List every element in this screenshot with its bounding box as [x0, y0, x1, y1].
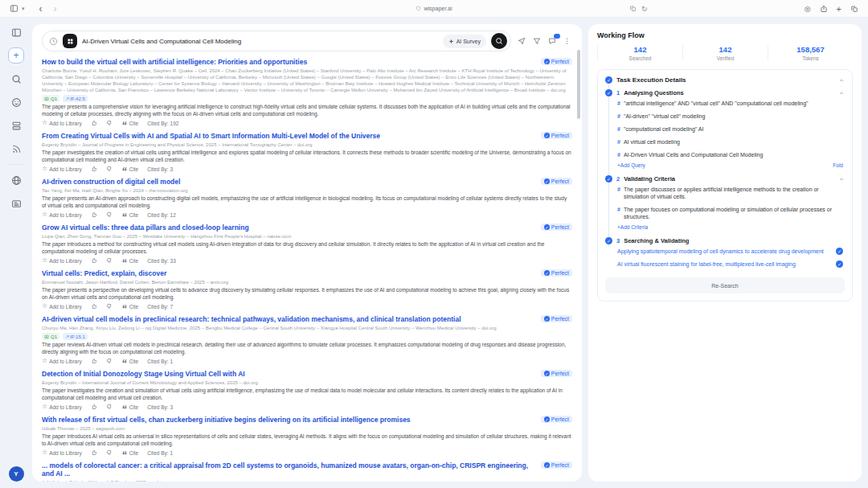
thumbs-down-button[interactable] — [106, 166, 113, 172]
forward-button[interactable]: › — [54, 4, 57, 14]
section-analysing-header[interactable]: ✓ 1 Analysing Questions — [605, 89, 845, 96]
paper-authors-venue: Uduak Thomas – 2025 – sagepub.com — [42, 425, 572, 432]
add-query-button[interactable]: +Add Query — [617, 162, 645, 168]
tab-group-icon[interactable] — [629, 5, 637, 12]
address-bar[interactable]: wispaper.ai — [0, 0, 868, 17]
new-tab-icon[interactable]: + — [837, 4, 841, 14]
ai-survey-button[interactable]: AI Survey — [443, 35, 486, 48]
thumbs-down-button[interactable] — [106, 404, 113, 410]
query-item[interactable]: # AI-Driven Virtual Cells and Computatio… — [605, 148, 845, 161]
criteria-item[interactable]: # The paper focuses on computational mod… — [605, 203, 845, 223]
query-item[interactable]: # "AI-driven" "virtual cell" modeling — [605, 109, 845, 122]
collapse-icon[interactable] — [838, 176, 845, 182]
add-to-library-button[interactable]: ☆Add to Library — [42, 358, 82, 364]
cite-button[interactable]: Cite — [121, 449, 139, 456]
add-to-library-button[interactable]: ☆Add to Library — [42, 303, 82, 310]
check-icon: ✓ — [544, 133, 550, 138]
scrollbar-thumb[interactable] — [577, 50, 580, 119]
user-avatar[interactable]: Y — [9, 466, 24, 482]
reload-icon[interactable]: ↻ — [641, 5, 648, 13]
discover-icon[interactable] — [8, 172, 24, 188]
thumbs-up-button[interactable] — [91, 449, 97, 456]
thumbs-down-button[interactable] — [106, 303, 113, 310]
sidebar-toggle-icon[interactable] — [10, 4, 18, 13]
cite-button[interactable]: Cite — [121, 257, 139, 264]
thumbs-up-button[interactable] — [91, 404, 97, 410]
query-item[interactable]: # AI virtual cell modeling — [605, 135, 845, 148]
re-search-button[interactable]: Re-Search — [605, 277, 845, 293]
match-quality-badge: ✓ Perfect — [541, 132, 572, 139]
thumbs-up-button[interactable] — [91, 257, 97, 264]
library-icon[interactable] — [8, 117, 24, 133]
paper-title-link[interactable]: Virtual cells: Predict, explain, discove… — [42, 269, 534, 277]
chevron-down-icon[interactable]: ▾ — [22, 6, 25, 12]
search-query[interactable]: AI-Driven Virtual Cells and Computationa… — [82, 38, 438, 45]
paper-title-link[interactable]: ... models of colorectal cancer: a criti… — [42, 461, 534, 478]
search-input[interactable]: AI-Driven Virtual Cells and Computationa… — [42, 31, 511, 51]
paper-title-link[interactable]: With release of first virtual cells, cha… — [42, 416, 534, 424]
url-text: wispaper.ai — [424, 6, 452, 11]
criteria-item[interactable]: # The paper discusses or applies artific… — [605, 182, 845, 203]
more-options-icon[interactable]: ⋮ — [563, 37, 571, 45]
add-to-library-button[interactable]: ☆Add to Library — [42, 166, 82, 172]
thumbs-up-icon — [91, 449, 97, 456]
thumbs-down-icon — [106, 303, 113, 310]
add-to-library-button[interactable]: ☆Add to Library — [42, 120, 82, 126]
feed-icon[interactable] — [8, 141, 24, 157]
thumbs-up-button[interactable] — [91, 166, 97, 172]
thumbs-down-button[interactable] — [106, 449, 113, 456]
assistant-icon[interactable] — [8, 94, 24, 110]
fold-button[interactable]: Fold — [833, 162, 843, 168]
paper-title-link[interactable]: From Creating Virtual Cells with AI and … — [42, 132, 534, 140]
query-item[interactable]: # "computational cell modeling" AI — [605, 122, 845, 135]
paper-title-link[interactable]: Detection of Initial Donozology Stage Us… — [42, 370, 534, 378]
news-icon[interactable] — [8, 195, 24, 211]
cite-button[interactable]: Cite — [121, 303, 139, 310]
paper-title-link[interactable]: AI-driven virtual cell models in preclin… — [42, 315, 534, 323]
new-search-button[interactable]: + — [8, 47, 24, 64]
chat-button[interactable] — [548, 37, 556, 45]
collapse-sidebar-icon[interactable] — [8, 24, 24, 40]
tab-overview-icon[interactable] — [850, 5, 858, 13]
paper-title-link[interactable]: How to build the virtual cell with artif… — [42, 58, 534, 66]
add-criteria-button[interactable]: +Add Criteria — [617, 224, 648, 230]
thumbs-down-button[interactable] — [106, 120, 113, 126]
task-details-header[interactable]: ✓ Task Execution Details — [605, 76, 845, 84]
add-to-library-button[interactable]: ☆Add to Library — [42, 211, 82, 218]
thumbs-down-button[interactable] — [106, 211, 113, 218]
searching-link[interactable]: Applying spatiotemporal modeling of cell… — [617, 248, 831, 255]
mode-button[interactable] — [63, 34, 77, 48]
cite-button[interactable]: Cite — [121, 120, 139, 126]
add-to-library-button[interactable]: ☆Add to Library — [42, 404, 82, 410]
page-target-icon[interactable]: ◎ — [805, 5, 811, 13]
thumbs-up-icon — [91, 358, 97, 364]
section-validating-header[interactable]: ✓ 2 Validating Criteria — [605, 175, 845, 182]
collapse-icon[interactable] — [838, 90, 845, 96]
thumbs-up-button[interactable] — [91, 211, 97, 218]
thumbs-down-button[interactable] — [106, 358, 113, 364]
cite-button[interactable]: Cite — [121, 358, 139, 364]
cite-button[interactable]: Cite — [121, 166, 139, 172]
thumbs-up-button[interactable] — [91, 303, 97, 310]
section-searching-header[interactable]: ✓ 3 Searching & Validating — [605, 237, 845, 244]
thumbs-up-button[interactable] — [91, 358, 97, 364]
match-quality-label: Perfect — [551, 371, 569, 376]
searching-link[interactable]: AI virtual fluorescent staining for labe… — [617, 260, 831, 268]
search-submit-button[interactable] — [491, 33, 507, 49]
thumbs-down-button[interactable] — [106, 257, 113, 264]
share-icon[interactable] — [820, 5, 828, 13]
cite-button[interactable]: Cite — [121, 404, 139, 410]
paper-title-link[interactable]: Grow AI virtual cells: three data pillar… — [42, 223, 534, 232]
query-item[interactable]: # "artificial intelligence" AND "virtual… — [605, 96, 845, 109]
thumbs-up-button[interactable] — [91, 120, 97, 126]
paper-title-link[interactable]: AI-driven construction of digital cell m… — [42, 178, 534, 186]
add-to-library-button[interactable]: ☆Add to Library — [42, 449, 82, 456]
search-icon[interactable] — [8, 71, 24, 87]
add-to-library-button[interactable]: ☆Add to Library — [42, 257, 82, 264]
cite-button[interactable]: Cite — [121, 211, 139, 218]
filter-icon[interactable] — [533, 37, 541, 45]
collapse-icon[interactable] — [838, 77, 845, 84]
back-button[interactable]: ‹ — [39, 4, 43, 14]
export-icon[interactable] — [518, 37, 526, 45]
history-icon[interactable] — [49, 37, 58, 46]
